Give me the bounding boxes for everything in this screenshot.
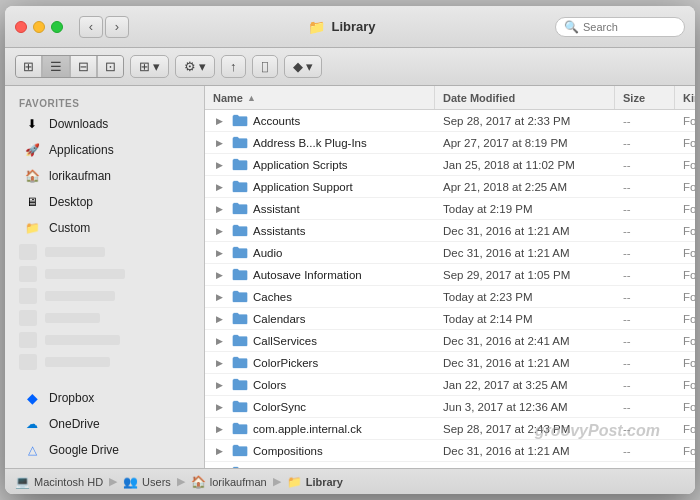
row-expander[interactable]: ▶ [213,115,225,127]
folder-icon [232,378,248,391]
table-row[interactable]: ▶ Assistant Today at 2:19 PM -- Folde [205,198,695,220]
file-name-cell: ▶ Calendars [205,308,435,329]
maximize-button[interactable] [51,21,63,33]
title-area: 📁 Library [137,19,547,35]
file-size-cell: -- [615,286,675,307]
file-kind-cell: Folde [675,154,695,175]
forward-button[interactable]: › [105,16,129,38]
sidebar-item-googledrive[interactable]: △ Google Drive [9,437,200,463]
file-date-cell: Today at 2:14 PM [435,308,615,329]
file-kind-cell: Folde [675,418,695,439]
sidebar-label-custom: Custom [49,221,90,235]
back-button[interactable]: ‹ [79,16,103,38]
googledrive-icon: △ [23,441,41,459]
sidebar-item-onedrive[interactable]: ☁ OneDrive [9,411,200,437]
table-row[interactable]: ▶ Application Support Apr 21, 2018 at 2:… [205,176,695,198]
file-size-cell: -- [615,440,675,461]
row-expander[interactable]: ▶ [213,335,225,347]
row-expander[interactable]: ▶ [213,203,225,215]
row-expander[interactable]: ▶ [213,423,225,435]
sidebar-item-desktop[interactable]: 🖥 Desktop [9,189,200,215]
users-icon: 👥 [123,475,138,489]
table-row[interactable]: ▶ Assistants Dec 31, 2016 at 1:21 AM -- … [205,220,695,242]
row-expander[interactable]: ▶ [213,159,225,171]
breadcrumb-macintoshhd[interactable]: 💻 Macintosh HD [15,475,103,489]
row-expander[interactable]: ▶ [213,379,225,391]
file-date-cell: Dec 31, 2016 at 1:21 AM [435,242,615,263]
file-size-cell: -- [615,418,675,439]
row-expander[interactable]: ▶ [213,247,225,259]
file-name-cell: ▶ Compositions [205,440,435,461]
file-size-cell: -- [615,396,675,417]
desktop-icon: 🖥 [23,193,41,211]
favorites-label: Favorites [5,92,204,111]
folder-icon [232,422,248,435]
table-row[interactable]: ▶ com.apple.internal.ck Sep 28, 2017 at … [205,418,695,440]
sidebar: Favorites ⬇ Downloads 🚀 Applications 🏠 l… [5,86,205,468]
file-date-cell: Dec 31, 2016 at 1:21 AM [435,440,615,461]
sidebar-item-custom[interactable]: 📁 Custom [9,215,200,241]
table-row[interactable]: ▶ Colors Jan 22, 2017 at 3:25 AM -- Fold… [205,374,695,396]
share-button[interactable]: ↑ [221,55,246,78]
row-expander[interactable]: ▶ [213,181,225,193]
table-row[interactable]: ▶ Caches Today at 2:23 PM -- Folde [205,286,695,308]
search-box[interactable]: 🔍 [555,17,685,37]
tag-button[interactable]: ⌷ [252,55,278,78]
file-name-cell: ▶ Autosave Information [205,264,435,285]
list-view-button[interactable]: ☰ [42,56,69,77]
kind-column-header[interactable]: Kind [675,86,695,109]
applications-icon: 🚀 [23,141,41,159]
row-expander[interactable]: ▶ [213,269,225,281]
close-button[interactable] [15,21,27,33]
breadcrumb-library[interactable]: 📁 Library [287,475,343,489]
breadcrumb-sep-1: ▶ [109,475,117,488]
table-row[interactable]: ▶ Application Scripts Jan 25, 2018 at 11… [205,154,695,176]
minimize-button[interactable] [33,21,45,33]
arrange-button[interactable]: ⊞ ▾ [130,55,169,78]
file-size-cell: -- [615,176,675,197]
table-row[interactable]: ▶ ColorPickers Dec 31, 2016 at 1:21 AM -… [205,352,695,374]
row-expander[interactable]: ▶ [213,357,225,369]
row-expander[interactable]: ▶ [213,137,225,149]
file-kind-cell: Folde [675,132,695,153]
size-column-header[interactable]: Size [615,86,675,109]
breadcrumb-users[interactable]: 👥 Users [123,475,171,489]
action-button[interactable]: ⚙ ▾ [175,55,215,78]
file-name-cell: ▶ com.apple.internal.ck [205,418,435,439]
file-size-cell: -- [615,308,675,329]
file-size-cell: -- [615,330,675,351]
icon-view-button[interactable]: ⊞ [16,56,41,77]
date-column-header[interactable]: Date Modified [435,86,615,109]
dropbox-button[interactable]: ◆ ▾ [284,55,322,78]
table-row[interactable]: ▶ Autosave Information Sep 29, 2017 at 1… [205,264,695,286]
row-expander[interactable]: ▶ [213,401,225,413]
folder-icon [232,444,248,457]
name-column-header[interactable]: Name ▲ [205,86,435,109]
breadcrumb-lorikaufman[interactable]: 🏠 lorikaufman [191,475,267,489]
folder-icon [232,268,248,281]
dropbox-arrow: ▾ [306,59,313,74]
sidebar-item-lorikaufman[interactable]: 🏠 lorikaufman [9,163,200,189]
row-expander[interactable]: ▶ [213,291,225,303]
folder-icon [232,290,248,303]
table-row[interactable]: ▶ Compositions Dec 31, 2016 at 1:21 AM -… [205,440,695,462]
sidebar-item-applications[interactable]: 🚀 Applications [9,137,200,163]
column-view-button[interactable]: ⊟ [70,56,96,77]
sidebar-item-downloads[interactable]: ⬇ Downloads [9,111,200,137]
breadcrumb-label-macintoshhd: Macintosh HD [34,476,103,488]
table-row[interactable]: ▶ Audio Dec 31, 2016 at 1:21 AM -- Folde [205,242,695,264]
table-row[interactable]: ▶ Address B...k Plug-Ins Apr 27, 2017 at… [205,132,695,154]
row-expander[interactable]: ▶ [213,313,225,325]
cover-flow-button[interactable]: ⊡ [97,56,123,77]
search-input[interactable] [583,21,678,33]
table-row[interactable]: ▶ CallServices Dec 31, 2016 at 2:41 AM -… [205,330,695,352]
row-expander[interactable]: ▶ [213,225,225,237]
table-row[interactable]: ▶ ColorSync Jun 3, 2017 at 12:36 AM -- F… [205,396,695,418]
table-row[interactable]: ▶ Accounts Sep 28, 2017 at 2:33 PM -- Fo… [205,110,695,132]
table-row[interactable]: ▶ Calendars Today at 2:14 PM -- Folde [205,308,695,330]
sidebar-item-dropbox[interactable]: ◆ Dropbox [9,385,200,411]
row-expander[interactable]: ▶ [213,445,225,457]
file-date-cell: Dec 31, 2016 at 1:21 AM [435,220,615,241]
file-size-cell: -- [615,110,675,131]
folder-icon [232,356,248,369]
